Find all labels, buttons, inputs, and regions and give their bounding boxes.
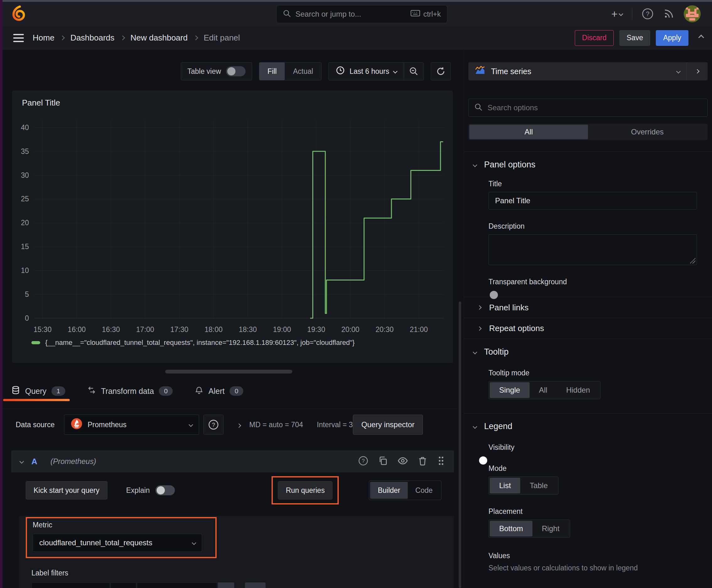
x-tick-label: 17:00 [136,326,154,334]
tooltip-all-option[interactable]: All [530,382,557,398]
panel-title: Panel Title [22,98,60,108]
data-source-help-icon[interactable]: ? [203,415,223,435]
apply-button[interactable]: Apply [656,30,688,46]
breadcrumb-dashboards[interactable]: Dashboards [70,33,114,43]
chevron-down-icon [676,69,681,74]
explain-toggle[interactable] [155,485,175,495]
chart-legend[interactable]: {__name__="cloudflared_tunnel_total_requ… [31,339,355,347]
tooltip-hidden-option[interactable]: Hidden [557,382,599,398]
query-inspector-button[interactable]: Query inspector [353,415,423,435]
kick-start-query-button[interactable]: Kick start your query [26,481,107,499]
chevron-down-icon [393,69,397,74]
legend-values-help: Select values or calculations to show in… [489,564,697,572]
tab-transform-data[interactable]: Transform data 0 [87,383,173,399]
global-search[interactable]: ctrl+k [276,5,447,23]
edit-panel-main: Table view Fill Actual Last 6 hours [0,50,457,588]
drag-handle-icon[interactable] [437,456,445,467]
save-button[interactable]: Save [619,30,650,46]
breadcrumb-home[interactable]: Home [33,33,54,43]
panel-title-input[interactable] [489,192,697,210]
news-broadcast-icon[interactable] [663,8,674,19]
options-pane: Time series All Overrides [464,50,712,588]
query-options-summary[interactable]: MD = auto = 704 Interval = 30s [249,421,360,429]
query-row-header[interactable]: A (Prometheus) ? [11,450,454,472]
repeat-options-section[interactable]: Repeat options [464,318,712,339]
visibility-label: Visibility [489,443,697,452]
search-input[interactable] [296,10,406,19]
actual-option[interactable]: Actual [285,63,321,80]
time-range-picker[interactable]: Last 6 hours [329,63,404,80]
panel-resize-handle[interactable] [165,370,292,374]
viz-suggestions-button[interactable] [686,62,708,80]
tab-all-options[interactable]: All [469,125,588,139]
scrollbar-thumb[interactable] [459,301,461,588]
keyboard-icon [411,10,420,19]
help-icon[interactable]: ? [642,8,654,20]
fill-option[interactable]: Fill [259,63,285,80]
legend-placement-label: Placement [489,507,697,516]
query-options-expand-icon[interactable] [237,421,240,429]
options-search-input[interactable] [488,103,702,112]
menu-toggle-icon[interactable] [13,34,24,42]
chevron-right-icon [193,36,198,41]
collapse-options-icon[interactable] [699,35,703,41]
y-tick-label: 35 [21,147,29,155]
run-queries-button[interactable]: Run queries [278,481,332,499]
metric-select[interactable]: cloudflared_tunnel_total_requests [33,534,202,552]
collapse-query-icon[interactable] [19,459,24,464]
chevron-down-icon [473,162,477,167]
new-menu-button[interactable]: + [611,8,623,20]
data-source-row: Data source Prometheus [16,415,454,435]
tooltip-single-option[interactable]: Single [490,382,530,398]
chevron-down-icon [192,541,196,545]
duplicate-query-icon[interactable] [378,456,388,467]
placement-bottom-option[interactable]: Bottom [490,521,533,537]
resize-grip-icon[interactable] [690,258,695,264]
window-left-edge [0,0,2,588]
tab-alert[interactable]: Alert 0 [195,383,243,399]
select-label-dropdown[interactable]: Select label [31,582,110,588]
refresh-button[interactable] [431,63,451,80]
legend-table-option[interactable]: Table [520,478,557,493]
pane-splitter[interactable] [457,50,464,588]
visualization-picker[interactable]: Time series [468,62,686,80]
discard-button[interactable]: Discard [575,30,614,46]
grafana-logo-icon[interactable] [11,5,28,23]
delete-query-icon[interactable] [417,456,428,467]
user-avatar[interactable] [684,5,701,22]
query-help-icon[interactable]: ? [358,456,369,467]
remove-filter-button[interactable]: ✕ [218,582,234,588]
prometheus-icon [71,418,83,432]
plus-icon: + [611,8,618,20]
placement-right-option[interactable]: Right [533,521,569,537]
tooltip-section-header[interactable]: Tooltip [468,347,708,357]
add-filter-button[interactable]: + [245,582,265,588]
legend-section-header[interactable]: Legend [468,422,708,431]
panel-links-section[interactable]: Panel links [464,297,712,318]
code-option[interactable]: Code [408,482,440,499]
breadcrumb-new-dashboard[interactable]: New dashboard [131,33,188,43]
bell-icon [195,386,203,396]
data-source-name: Prometheus [88,421,127,429]
description-textarea[interactable] [489,234,697,265]
tab-overrides[interactable]: Overrides [588,125,707,139]
y-tick-label: 25 [21,195,29,203]
x-tick-label: 17:30 [170,326,189,334]
title-label: Title [489,180,697,188]
table-view-toggle[interactable] [226,66,245,76]
panel-preview[interactable]: Panel Title 15:3016:0016:3017:0017:3018:… [12,91,453,363]
zoom-out-button[interactable] [404,63,424,80]
operator-dropdown[interactable]: = [110,582,136,588]
legend-list-option[interactable]: List [490,478,520,493]
hide-query-icon[interactable] [397,456,408,467]
query-builder-card: Metric cloudflared_tunnel_total_requests… [19,516,454,588]
top-nav-bar: ctrl+k + ? [0,2,712,26]
builder-option[interactable]: Builder [370,482,408,499]
select-value-dropdown[interactable]: Select value [137,582,217,588]
tab-query[interactable]: Query 1 [11,383,65,399]
panel-options-header[interactable]: Panel options [468,160,708,170]
run-queries-highlight: Run queries [272,476,339,504]
options-search[interactable] [468,99,708,117]
metric-highlight: Metric cloudflared_tunnel_total_requests [26,517,217,558]
data-source-picker[interactable]: Prometheus [64,415,199,435]
